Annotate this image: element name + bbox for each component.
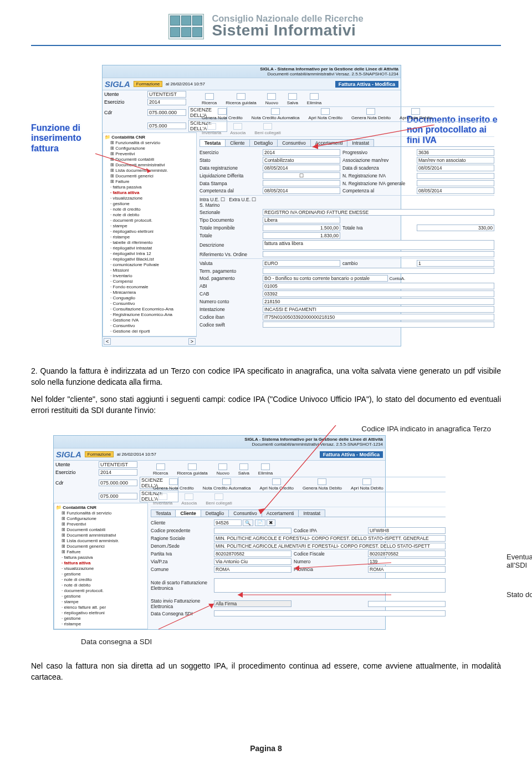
app-titlebar-2: SIGLA - Sistema Informativo per la Gesti… [54,436,385,448]
val-liq[interactable]: ☐ [263,172,340,179]
val-cod-ipa: UFW8H8 [368,527,446,534]
tab-cliente[interactable]: Cliente [225,139,249,146]
lbl-mod-pag: Mod. pagamento [200,276,260,281]
field-esercizio-2[interactable]: 2014 [99,469,137,476]
annotation-stato: Stato documento [507,590,532,599]
val-abi: 01005 [263,283,494,289]
tab-consuntivo-2[interactable]: Consuntivo [228,509,262,517]
btn-genera-nota-debito[interactable]: Genera Nota Debito [351,108,391,120]
lbl-contoa[interactable]: ContoA. [389,276,405,281]
btn-beni-collegati: Beni collegati [254,123,281,135]
val-prov: ROMA [368,566,446,573]
tab-dettaglio-2[interactable]: Dettaglio [201,509,229,517]
tab-intrastat[interactable]: Intrastat [347,139,374,146]
env-badge-2: Formazione [85,451,114,457]
lbl-comune: Comune [151,567,212,572]
paragraph-2-intro: 2. Quando la fattura è indirizzata ad un… [31,365,501,388]
chk-extra-ue[interactable]: Extra U.E. [229,197,250,202]
btn-cliente-search-icon[interactable]: 🔍 [243,519,253,526]
btn-anc-2[interactable]: Apri Nota Credito [260,478,294,491]
val-tipo-doc[interactable]: Libera [263,217,340,223]
btn-elimina-2[interactable]: Elimina [258,463,273,476]
btn-cliente-open-icon[interactable]: 📄 [255,519,265,526]
btn-gnc-2[interactable]: Genera Nota Credito [153,478,194,491]
btn-ricerca-guidata[interactable]: Ricerca guidata [226,93,257,105]
btn-ricerca-guidata-2[interactable]: Ricerca guidata [177,463,208,476]
val-iban: IT75N0100503392000000218150 [263,314,494,320]
tab-testata[interactable]: Testata [200,139,226,146]
lbl-cliente: Cliente [151,520,212,526]
btn-nota-credito-auto[interactable]: Nota Credito Automatica [252,108,300,120]
val-descr[interactable]: fattura attiva libera [263,240,494,250]
lbl-data-consegna: Data Consegna SDI [151,611,212,616]
chk-smarino[interactable]: S. Marino [200,202,219,208]
tabs: Testata Cliente Dettaglio Consuntivo Acc… [200,139,494,147]
annotation-errori: Eventuali errori di trasmissione all'SDI [507,553,532,569]
val-data-reg[interactable]: 08/05/2014 [263,165,340,171]
btn-nuovo-2[interactable]: Nuovo [217,463,229,476]
lbl-progressivo: Progressivo [342,150,415,155]
field-cdr-code[interactable]: 075.000.000 [147,109,186,116]
lbl-esercizio: Esercizio [200,150,260,155]
scroll-right[interactable]: > [188,338,196,345]
val-denom: MIN. POLITICHE AGRICOLE ALIMENTARI E FOR… [214,543,446,549]
annotation-data-consegna: Data consegna a SDI [81,638,501,646]
btn-nuovo[interactable]: Nuovo [265,93,278,105]
document-header: Consiglio Nazionale delle Ricerche Siste… [31,13,501,39]
val-data-consegna [214,610,446,616]
chk-intra-ue[interactable]: Intra U.E. [200,197,219,202]
btn-salva[interactable]: Salva [287,93,298,105]
lbl-stato-invio: Stato invio Fatturazione Elettronica [151,598,212,609]
tab-testata-2[interactable]: Testata [151,509,176,517]
lbl-assoc: Associazione man/rev [342,157,415,163]
field-utente-label: Utente [104,91,145,97]
tab-intrastat-2[interactable]: Intrastat [298,509,325,517]
app-logo: SIGLA [105,79,130,89]
val-cliente[interactable]: 94526 [214,519,242,526]
tab-cliente-2[interactable]: Cliente [175,509,201,517]
lbl-piva: Partita Iva [151,551,212,557]
tab-dettaglio[interactable]: Dettaglio [249,139,278,146]
btn-ricerca[interactable]: Ricerca [202,93,217,105]
tab-accertamenti-2[interactable]: Accertamenti [262,509,299,517]
annotation-codice-ipa: Codice IPA indicato in anagrafica Terzo [31,425,491,433]
navigation-tree[interactable]: 📁 Contabilità CNR⊞ Funzionalità di servi… [103,132,197,336]
lbl-cod-ipa: Codice IPA [294,528,366,533]
btn-ricerca-2[interactable]: Ricerca [153,463,168,476]
btn-apri-nota-debito[interactable]: Apri Nota Debito [400,108,432,120]
val-comp-dal[interactable]: 08/05/2014 [263,187,340,194]
btn-salva-2[interactable]: Salva [238,463,249,476]
btn-nca-2[interactable]: Nota Credito Automatica [203,478,251,491]
lbl-num: Numero [294,559,366,564]
scroll-left[interactable]: < [104,338,111,345]
val-comp-al[interactable]: 08/05/2014 [417,187,494,194]
field-cdr-2[interactable]: 075.000.000 [99,480,137,486]
val-mod-pag[interactable]: BO - Bonifico su conto corrente bancario… [263,275,388,282]
val-n-reg-iva [417,173,494,179]
field-utente[interactable]: UTENTEIST [147,91,186,98]
tab-accertamenti[interactable]: Accertamenti [310,139,348,146]
lbl-totale: Totale [200,233,260,238]
btn-genera-nota-credito[interactable]: Genera Nota Credito [202,108,243,120]
field-cds-2[interactable]: 075.000 [99,493,137,499]
val-rif-ordine[interactable] [263,251,494,257]
field-esercizio-label: Esercizio [104,99,145,105]
app-titlebar: SIGLA - Sistema Informativo per la Gesti… [103,65,401,78]
val-via: Via Antonio Ciu [214,558,291,565]
val-data-scad[interactable]: 08/05/2014 [417,165,494,171]
lbl-denom: Denom./Sede [151,543,212,549]
field-utente-2[interactable]: UTENTEIST [99,461,137,468]
btn-gnd-2[interactable]: Genera Nota Debito [303,478,342,491]
btn-elimina[interactable]: Elimina [307,93,321,105]
btn-and-2[interactable]: Apri Nota Debito [351,478,383,491]
val-totale: 1.830,00 [263,232,340,239]
field-esercizio[interactable]: 2014 [147,99,186,105]
btn-apri-nota-credito[interactable]: Apri Nota Credito [309,108,342,120]
val-assoc: Man/rev non associato [417,157,494,164]
lbl-tot-iva: Totale Iva [342,225,415,231]
tab-consuntivo[interactable]: Consuntivo [277,139,311,146]
btn-cliente-clear-icon[interactable]: ✖ [267,519,275,526]
val-term-pag[interactable] [263,268,494,274]
navigation-tree-2[interactable]: 📁 Contabilità CNR⊞ Funzionalità di servi… [54,503,148,629]
field-cds-code[interactable]: 075.000 [147,123,186,129]
